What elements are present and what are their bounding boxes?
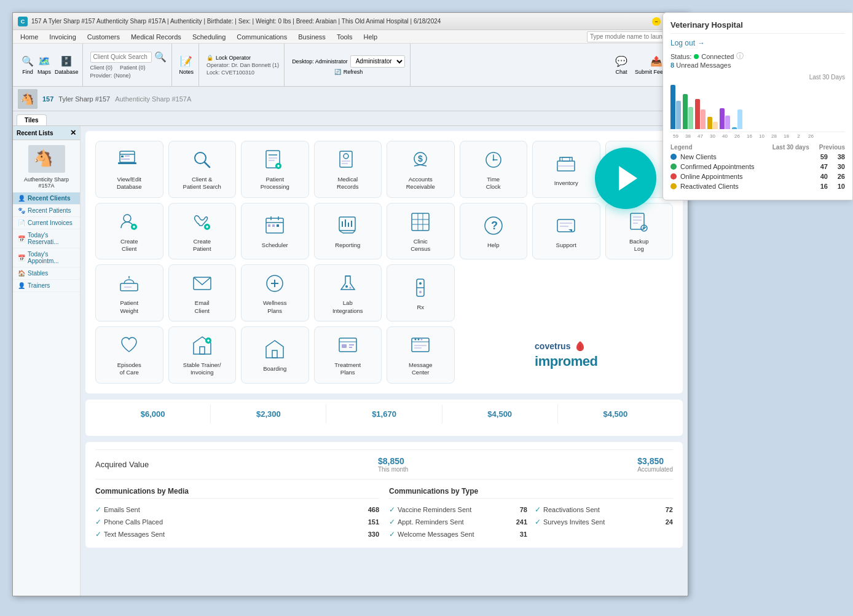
av-this-month-value: $8,850 (378, 456, 404, 466)
sidebar: Recent Lists ✕ 🐴 Authenticity Sharp #157… (13, 126, 81, 596)
menu-medical-records[interactable]: Medical Records (126, 32, 186, 42)
sidebar-patient-name: Authenticity Sharp #157A (15, 175, 77, 190)
tile-stable-trainer-invoicing[interactable]: Stable Trainer/Invoicing (168, 326, 237, 384)
menu-scheduling[interactable]: Scheduling (187, 32, 230, 42)
vaccine-reminders-label: Vaccine Reminders Sent (398, 506, 471, 513)
bar-group-new-clients (670, 85, 681, 129)
tile-inventory[interactable]: Inventory (532, 141, 600, 198)
sidebar-item-stables[interactable]: 🏠 Stables (13, 267, 80, 280)
legend-label-online-appts: Online Appointments (680, 173, 743, 180)
communications-panel: Acquired Value $8,850 This month $3,850 … (85, 442, 683, 548)
tile-clinic-census[interactable]: ClinicCensus (387, 203, 455, 260)
bar-purple-prev (725, 116, 730, 129)
chart-period-label: Last 30 Days (670, 74, 845, 81)
sidebar-item-recent-patients[interactable]: 🐾 Recent Patients (13, 205, 80, 217)
chart-container: Last 30 Days (670, 74, 845, 139)
tile-email-client[interactable]: EmailClient (168, 264, 237, 322)
comm-by-media: Communications by Media ✓ Emails Sent 46… (95, 487, 379, 540)
logout-icon: → (698, 39, 705, 47)
svg-point-20 (344, 154, 348, 159)
desktop-dropdown[interactable]: Administrator (350, 55, 405, 68)
tile-help-label: Help (487, 242, 500, 249)
comm-text-messages: ✓ Text Messages Sent 330 (95, 528, 379, 540)
chat-button[interactable]: 💬 Chat (615, 55, 627, 75)
backup-log-icon (627, 210, 651, 234)
tile-rx[interactable]: Rx (387, 264, 455, 322)
tile-lab-integrations[interactable]: LabIntegrations (314, 264, 382, 322)
svg-point-99 (421, 339, 423, 341)
tile-boarding[interactable]: Boarding (241, 326, 309, 384)
chart-num-16: 16 (744, 133, 755, 139)
sidebar-close-icon[interactable]: ✕ (70, 128, 76, 137)
tiles-row-1: View/EditDatabase Client &Patient Search… (95, 141, 673, 198)
tile-scheduler[interactable]: Scheduler (241, 203, 309, 260)
sidebar-item-current-invoices[interactable]: 📄 Current Invoices (13, 217, 80, 229)
tile-time-clock[interactable]: TimeClock (460, 141, 528, 198)
menu-home[interactable]: Home (15, 32, 43, 42)
tile-patient-weight[interactable]: PatientWeight (95, 264, 163, 322)
sidebar-item-reservations[interactable]: 📅 Today's Reservati... (13, 229, 80, 248)
tile-create-patient[interactable]: CreatePatient (168, 203, 237, 260)
av-accumulated-label: Accumulated (637, 466, 673, 473)
tile-episodes-of-care[interactable]: Episodesof Care (95, 326, 163, 384)
menu-tools[interactable]: Tools (332, 32, 358, 42)
legend-dot-new-clients (670, 154, 677, 160)
tiles-panel: View/EditDatabase Client &Patient Search… (85, 131, 683, 393)
stables-icon: 🏠 (18, 270, 25, 277)
sidebar-item-trainers[interactable]: 👤 Trainers (13, 280, 80, 292)
client-search-input[interactable] (90, 52, 152, 63)
tile-create-client[interactable]: CreateClient (95, 203, 163, 260)
tile-message-center[interactable]: MessageCenter (387, 326, 455, 384)
menu-invoicing[interactable]: Invoicing (44, 32, 81, 42)
logout-button[interactable]: Log out → (670, 39, 705, 47)
tile-backup-log-label: BackupLog (629, 238, 649, 253)
tile-wellness-plans[interactable]: WellnessPlans (241, 264, 309, 322)
text-check-icon: ✓ (95, 530, 101, 539)
svg-rect-92 (342, 344, 347, 348)
metrics-bar: $6,000 $2,300 $1,670 $4,500 $4,500 (85, 400, 683, 436)
tile-message-center-label: MessageCenter (409, 361, 433, 377)
menu-communications[interactable]: Communications (232, 32, 292, 42)
email-client-icon (190, 271, 214, 296)
menu-help[interactable]: Help (359, 32, 383, 42)
minimize-button[interactable]: − (652, 17, 661, 26)
tile-backup-log[interactable]: BackupLog (605, 203, 674, 260)
chat-label: Chat (615, 69, 627, 75)
patient-thumbnail: 🐴 (28, 145, 65, 173)
sidebar-item-recent-clients[interactable]: 👤 Recent Clients (13, 192, 80, 205)
menu-customers[interactable]: Customers (82, 32, 125, 42)
svg-rect-45 (268, 224, 270, 227)
svg-text:🐴: 🐴 (20, 92, 34, 106)
tiles-row-3: PatientWeight EmailClient WellnessPlans (95, 264, 673, 322)
tile-create-client-label: CreateClient (120, 238, 138, 253)
trainers-icon: 👤 (18, 282, 25, 289)
tile-medical-records[interactable]: MedicalRecords (314, 141, 382, 198)
tab-tiles[interactable]: Tiles (17, 114, 47, 125)
chart-num-28: 28 (769, 133, 779, 139)
message-center-icon (408, 333, 433, 358)
tile-support[interactable]: Support (532, 203, 600, 260)
tile-help[interactable]: ? Help (460, 203, 528, 260)
lock-icon: 🔒 (206, 55, 213, 61)
legend-val-new-clients-prev: 38 (833, 153, 845, 160)
tile-patient-processing[interactable]: PatientProcessing (241, 141, 309, 198)
operator-label: Operator: Dr. Dan Bonnett (1) (206, 62, 279, 68)
right-panel: Veterinary Hospital Log out → Status: Co… (662, 12, 853, 200)
medical-records-icon (336, 148, 360, 172)
tile-view-edit-db[interactable]: View/EditDatabase (95, 141, 163, 198)
covetrus-leaf-icon (574, 340, 586, 352)
tile-client-patient-search[interactable]: Client &Patient Search (168, 141, 237, 198)
tile-reporting[interactable]: Reporting (314, 203, 382, 260)
menu-business[interactable]: Business (293, 32, 331, 42)
tile-time-clock-label: TimeClock (486, 176, 501, 191)
tile-treatment-plans[interactable]: TreatmentPlans (314, 326, 382, 384)
messages-row: 8 Unread Messages (670, 61, 845, 69)
tile-accounts-receivable[interactable]: $ AccountsReceivable (387, 141, 455, 198)
play-button[interactable] (595, 148, 656, 209)
sidebar-item-appointments[interactable]: 📅 Today's Appointm... (13, 248, 80, 267)
bar-confirmed-appts-prev (688, 107, 693, 129)
svg-rect-7 (125, 156, 130, 157)
comm-vaccine-reminders: ✓ Vaccine Reminders Sent 78 (389, 503, 527, 516)
tile-support-label: Support (556, 242, 576, 249)
legend-period-last30: Last 30 days (772, 144, 809, 151)
